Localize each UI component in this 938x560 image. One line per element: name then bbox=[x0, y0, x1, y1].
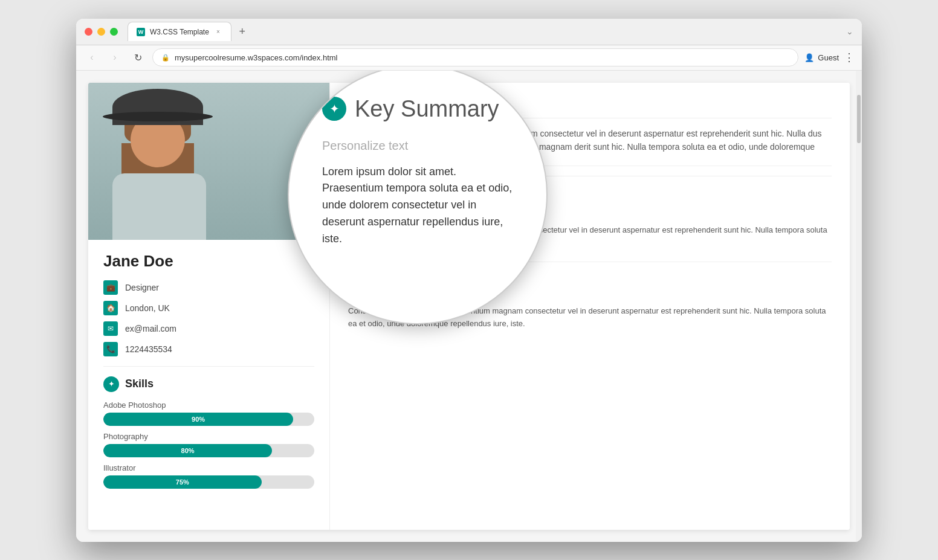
skill-bar-3: 75% bbox=[103, 475, 314, 489]
close-button[interactable] bbox=[85, 28, 92, 36]
skill-fill-1: 90% bbox=[103, 413, 293, 426]
date-from-2: Mar 2012 bbox=[365, 289, 398, 298]
minimize-button[interactable] bbox=[97, 28, 105, 36]
date-separator-2: - bbox=[403, 289, 406, 298]
person-name: Jane Doe bbox=[103, 252, 314, 271]
phone-text: 1224435534 bbox=[125, 344, 172, 354]
scrollbar-thumb[interactable] bbox=[857, 95, 861, 143]
body-shape bbox=[112, 173, 206, 240]
profile-photo-area bbox=[88, 83, 329, 240]
phone-info: 📞 1224435534 bbox=[103, 342, 314, 356]
guest-icon: 👤 bbox=[804, 53, 814, 62]
title-bar-right: ⌄ bbox=[846, 27, 853, 36]
key-summary-text: Lorem ipsum dolor sit amet. Praesentium … bbox=[348, 127, 832, 154]
skill-bar-2: 80% bbox=[103, 444, 314, 457]
tab-title: W3.CSS Template bbox=[150, 28, 209, 36]
address-field[interactable]: 🔒 mysupercoolresume.w3spaces.com/index.h… bbox=[152, 48, 798, 66]
browser-menu-button[interactable]: ⋮ bbox=[844, 51, 855, 64]
email-info: ✉ ex@mail.com bbox=[103, 321, 314, 336]
new-tab-button[interactable]: + bbox=[234, 23, 251, 40]
email-text: ex@mail.com bbox=[125, 324, 176, 333]
key-summary-icon: ✦ bbox=[348, 95, 365, 112]
skills-icon: ✦ bbox=[103, 376, 119, 392]
lock-icon: 🔒 bbox=[161, 54, 170, 62]
job-title-1: Front End Developer / w3schools.com bbox=[348, 191, 832, 202]
skill-pct-1: 90% bbox=[192, 416, 205, 423]
calendar-icon-1: 📅 bbox=[348, 207, 360, 218]
scrollbar-track bbox=[856, 71, 862, 542]
work-divider-2 bbox=[348, 262, 832, 262]
resume-sidebar: Jane Doe 💼 Designer 🏠 London, UK ✉ ex@ma… bbox=[88, 83, 330, 530]
work-dates-2: 📅 Mar 2012 - Dec 2014 bbox=[348, 288, 832, 299]
job-text: Designer bbox=[125, 283, 159, 292]
skills-title: Skills bbox=[125, 378, 154, 390]
work-section-header-1 bbox=[348, 176, 832, 182]
calendar-icon-2: 📅 bbox=[348, 288, 360, 299]
url-text: mysupercoolresume.w3spaces.com/index.htm… bbox=[175, 53, 338, 62]
key-summary-title: Key Summary bbox=[372, 95, 461, 111]
hat-brim-shape bbox=[103, 112, 213, 121]
tab-bar: W W3.CSS Template × + bbox=[128, 22, 846, 41]
skill-fill-2: 80% bbox=[103, 444, 272, 457]
home-icon: 🏠 bbox=[103, 301, 118, 315]
job-title-2: Web Developer / something.com bbox=[348, 272, 832, 283]
date-separator-1: - bbox=[403, 208, 405, 217]
skill-name-2: Photography bbox=[103, 432, 314, 441]
job-info: 💼 Designer bbox=[103, 280, 314, 295]
email-icon: ✉ bbox=[103, 321, 118, 336]
tab-close-button[interactable]: × bbox=[214, 28, 222, 36]
chevron-down-icon: ⌄ bbox=[846, 27, 853, 36]
mac-window: W W3.CSS Template × + ⌄ ‹ › ↻ 🔒 mysuperc… bbox=[76, 19, 862, 542]
resume-page: Jane Doe 💼 Designer 🏠 London, UK ✉ ex@ma… bbox=[88, 83, 850, 530]
tab-favicon: W bbox=[137, 28, 145, 36]
resume-main: ✦ Key Summary Lorem ipsum dolor sit amet… bbox=[330, 83, 850, 530]
back-button[interactable]: ‹ bbox=[83, 49, 100, 66]
reload-button[interactable]: ↻ bbox=[129, 49, 146, 66]
sidebar-content: Jane Doe 💼 Designer 🏠 London, UK ✉ ex@ma… bbox=[88, 240, 329, 501]
current-badge-1: Current bbox=[410, 208, 442, 217]
location-text: London, UK bbox=[125, 303, 170, 313]
date-from-1: Jan 2015 bbox=[365, 208, 398, 217]
skill-pct-2: 80% bbox=[181, 447, 195, 454]
browser-content: Jane Doe 💼 Designer 🏠 London, UK ✉ ex@ma… bbox=[76, 71, 862, 542]
work-divider-1 bbox=[348, 166, 832, 166]
address-bar: ‹ › ↻ 🔒 mysupercoolresume.w3spaces.com/i… bbox=[76, 45, 862, 71]
skills-header: ✦ Skills bbox=[103, 376, 314, 392]
address-bar-right: 👤 Guest ⋮ bbox=[804, 51, 855, 64]
job-desc-2: Consectetur adipisicing elit. Praesentiu… bbox=[348, 305, 832, 330]
divider bbox=[103, 366, 314, 367]
job-desc-1: Lorem ipsum dolor sit amet. Praesentium … bbox=[348, 224, 832, 249]
title-bar: W W3.CSS Template × + ⌄ bbox=[76, 19, 862, 45]
work-dates-1: 📅 Jan 2015 - Current bbox=[348, 207, 832, 218]
guest-label: Guest bbox=[818, 53, 839, 62]
guest-button[interactable]: 👤 Guest bbox=[804, 53, 839, 62]
active-tab[interactable]: W W3.CSS Template × bbox=[128, 22, 231, 41]
skill-name-3: Illustrator bbox=[103, 463, 314, 472]
date-to-2: Dec 2014 bbox=[410, 289, 444, 298]
briefcase-icon: 💼 bbox=[103, 280, 118, 295]
skill-pct-3: 75% bbox=[176, 478, 189, 486]
skill-fill-3: 75% bbox=[103, 475, 262, 489]
maximize-button[interactable] bbox=[110, 28, 118, 36]
location-info: 🏠 London, UK bbox=[103, 301, 314, 315]
skill-bar-1: 90% bbox=[103, 413, 314, 426]
key-summary-header: ✦ Key Summary bbox=[348, 95, 832, 118]
traffic-lights bbox=[85, 28, 118, 36]
phone-icon: 📞 bbox=[103, 342, 118, 356]
forward-button[interactable]: › bbox=[106, 49, 123, 66]
skill-name-1: Adobe Photoshop bbox=[103, 401, 314, 410]
